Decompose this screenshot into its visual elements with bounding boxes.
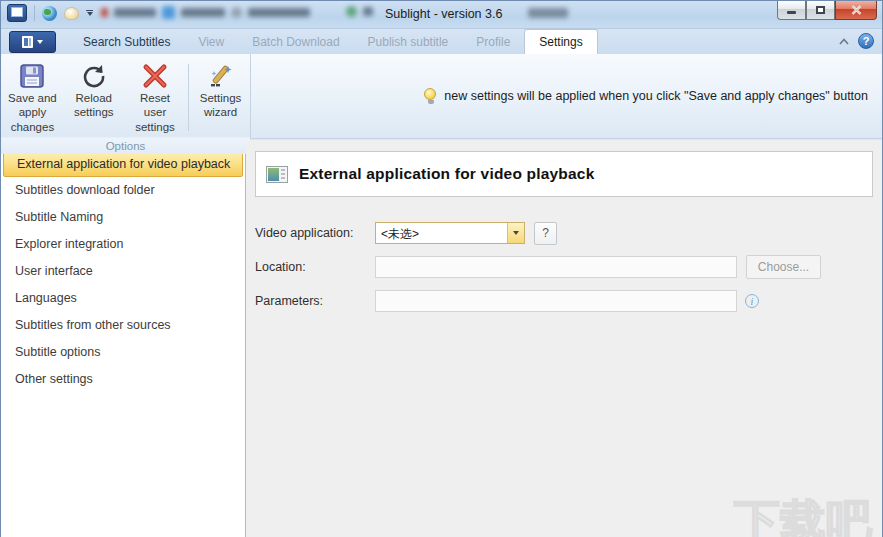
- red-x-icon: [142, 61, 168, 91]
- video-application-help-button[interactable]: ?: [534, 222, 557, 245]
- refresh-icon: [81, 61, 107, 91]
- options-group-label: Options: [1, 137, 250, 154]
- menu-icon: [22, 36, 33, 48]
- save-and-apply-changes-button[interactable]: Save and apply changes: [1, 58, 64, 137]
- window-controls: [777, 1, 877, 20]
- sidebar-item-subtitle-naming[interactable]: Subtitle Naming: [2, 204, 244, 231]
- tab-publish-subtitle: Publish subtitle: [354, 29, 463, 54]
- sidebar-item-other-sources[interactable]: Subtitles from other sources: [2, 312, 244, 339]
- close-button[interactable]: [835, 1, 877, 20]
- video-application-select[interactable]: <未选>: [375, 222, 525, 244]
- settings-hint: new settings will be applied when you cl…: [251, 54, 882, 138]
- parameters-input[interactable]: [375, 290, 737, 312]
- page-title: External application for video playback: [299, 165, 595, 183]
- watermark-text: 下载吧: [734, 498, 872, 537]
- maximize-button[interactable]: [806, 1, 835, 20]
- group-separator: [188, 64, 189, 131]
- video-application-label: Video application:: [255, 226, 375, 240]
- window-title: Sublight - version 3.6: [385, 7, 502, 21]
- site-watermark: 下载吧 www.xiazaiba.com: [734, 498, 872, 537]
- options-group: Save and apply changes Reload settings: [1, 54, 251, 138]
- external-application-form: Video application: <未选> ? Location: Choo…: [255, 221, 873, 313]
- toolbar-separator: [34, 5, 35, 21]
- floppy-disk-icon: [19, 61, 45, 91]
- magic-wand-icon: [208, 61, 234, 91]
- settings-category-list: External application for video playback …: [1, 140, 246, 537]
- tab-view: View: [184, 29, 238, 54]
- tab-settings[interactable]: Settings: [524, 29, 597, 54]
- selected-value: <未选>: [376, 223, 507, 243]
- help-icon[interactable]: ?: [858, 33, 874, 49]
- title-bar: Sublight - version 3.6: [1, 1, 882, 29]
- toolbar-overflow-icon[interactable]: [86, 10, 93, 17]
- location-label: Location:: [255, 260, 375, 274]
- ribbon-tabs: Search Subtitles View Batch Download Pub…: [69, 29, 598, 54]
- tab-search-subtitles[interactable]: Search Subtitles: [69, 29, 184, 54]
- ribbon-tab-row: Search Subtitles View Batch Download Pub…: [1, 29, 882, 54]
- censored-titlebar-items: [101, 6, 310, 19]
- tab-profile: Profile: [462, 29, 524, 54]
- panel-header: External application for video playback: [255, 151, 873, 197]
- tab-batch-download: Batch Download: [238, 29, 353, 54]
- close-icon: [851, 5, 862, 15]
- sidebar-item-languages[interactable]: Languages: [2, 285, 244, 312]
- sidebar-item-subtitle-options[interactable]: Subtitle options: [2, 339, 244, 366]
- reload-settings-button[interactable]: Reload settings: [64, 58, 124, 123]
- hint-text: new settings will be applied when you cl…: [444, 89, 868, 103]
- dropdown-button[interactable]: [507, 223, 524, 243]
- info-icon[interactable]: i: [745, 294, 759, 308]
- choose-button[interactable]: Choose...: [746, 255, 821, 279]
- application-window: Sublight - version 3.6 Search Subtitles …: [0, 0, 883, 537]
- censored-title-suffix: [528, 8, 568, 18]
- video-application-icon: [266, 166, 288, 183]
- lightbulb-icon: [424, 88, 437, 105]
- sidebar-item-explorer-integration[interactable]: Explorer integration: [2, 231, 244, 258]
- application-icon[interactable]: [7, 4, 27, 22]
- weather-icon[interactable]: [64, 7, 79, 20]
- sidebar-item-other-settings[interactable]: Other settings: [2, 366, 244, 393]
- chevron-down-icon: [513, 231, 519, 235]
- censored-titlebar-item: [346, 6, 373, 17]
- settings-detail-panel: External application for video playback …: [246, 140, 882, 537]
- chevron-down-icon: [37, 40, 43, 44]
- collapse-ribbon-icon[interactable]: [839, 38, 849, 45]
- quick-access-toolbar: [7, 4, 93, 22]
- location-input[interactable]: [375, 256, 737, 278]
- minimize-button[interactable]: [777, 1, 806, 20]
- ribbon-panel: Save and apply changes Reload settings: [1, 54, 882, 139]
- reset-user-settings-button[interactable]: Reset user settings: [124, 58, 187, 137]
- parameters-label: Parameters:: [255, 294, 375, 308]
- sidebar-item-download-folder[interactable]: Subtitles download folder: [2, 177, 244, 204]
- globe-icon[interactable]: [42, 6, 57, 21]
- application-menu-button[interactable]: [9, 31, 56, 53]
- settings-wizard-button[interactable]: Settings wizard: [191, 58, 250, 123]
- sidebar-item-user-interface[interactable]: User interface: [2, 258, 244, 285]
